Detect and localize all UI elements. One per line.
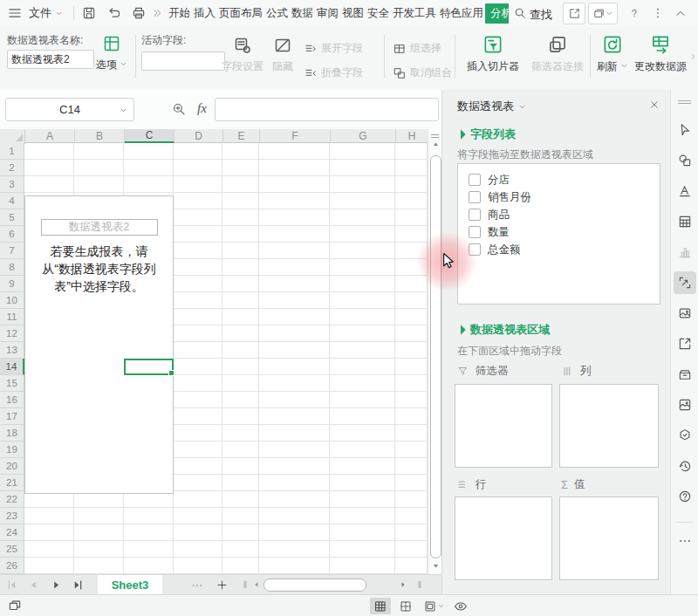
record-macro-icon[interactable] — [7, 598, 23, 613]
cell-G19[interactable] — [330, 441, 395, 458]
cell-G3[interactable] — [330, 176, 395, 193]
last-sheet-icon[interactable] — [72, 578, 85, 592]
rows-drop-zone[interactable] — [455, 496, 552, 580]
vertical-scrollbar[interactable] — [428, 129, 442, 574]
cell-B24[interactable] — [74, 524, 124, 541]
cell-E8[interactable] — [222, 259, 259, 276]
insert-chart-icon[interactable] — [677, 244, 693, 260]
column-header-E[interactable]: E — [223, 129, 260, 143]
share-button[interactable] — [563, 3, 585, 24]
cell-F6[interactable] — [259, 226, 330, 243]
cell-H16[interactable] — [395, 392, 428, 408]
cell-H15[interactable] — [395, 375, 428, 392]
cell-H2[interactable] — [395, 160, 428, 176]
cell-E18[interactable] — [222, 425, 259, 441]
expand-field-button[interactable]: 展开字段 — [304, 41, 363, 56]
gallery-icon[interactable] — [677, 397, 693, 413]
vertical-scroll-thumb[interactable] — [430, 155, 441, 558]
find-label[interactable]: 查找 — [530, 7, 552, 23]
row-header-11[interactable]: 11 — [0, 309, 24, 325]
history-icon[interactable] — [677, 458, 693, 474]
toolbox-icon[interactable] — [677, 366, 693, 382]
row-header-7[interactable]: 7 — [0, 243, 24, 259]
scroll-up-icon[interactable] — [432, 140, 440, 148]
cell-D17[interactable] — [174, 408, 222, 425]
pivot-name-input[interactable]: 数据透视表2 — [7, 50, 94, 69]
page-layout-view-button[interactable] — [421, 598, 447, 614]
cell-F11[interactable] — [259, 309, 330, 325]
cell-H11[interactable] — [395, 309, 428, 325]
cell-H22[interactable] — [395, 491, 428, 508]
sheet-tab-sheet3[interactable]: Sheet3 — [98, 575, 162, 595]
cell-E19[interactable] — [222, 441, 259, 458]
cell-H8[interactable] — [395, 259, 428, 276]
field-list-header[interactable]: 字段列表 — [457, 127, 516, 142]
main-menu-icon[interactable] — [7, 5, 23, 21]
cell-E9[interactable] — [222, 276, 259, 292]
row-header-8[interactable]: 8 — [0, 259, 24, 276]
approval-seal-icon[interactable] — [677, 428, 693, 443]
prev-sheet-icon[interactable] — [27, 578, 40, 592]
cell-D3[interactable] — [174, 176, 222, 193]
tab-页面布局[interactable]: 页面布局 — [217, 3, 264, 24]
checkbox-总金额[interactable] — [469, 243, 481, 256]
tab-视图[interactable]: 视图 — [340, 3, 366, 24]
pivot-areas-header[interactable]: 数据透视表区域 — [457, 322, 550, 338]
insert-slicer-button[interactable]: 插入切片器 — [464, 33, 522, 74]
next-sheet-icon[interactable] — [50, 578, 63, 592]
cell-E21[interactable] — [222, 475, 259, 491]
cell-H13[interactable] — [395, 342, 428, 359]
cell-D2[interactable] — [174, 160, 222, 176]
tab-审阅[interactable]: 审阅 — [315, 3, 340, 24]
tab-数据[interactable]: 数据 — [290, 3, 315, 24]
row-header-19[interactable]: 19 — [0, 441, 24, 458]
cell-H3[interactable] — [395, 176, 428, 193]
hscroll-right-icon[interactable] — [399, 580, 407, 589]
cell-H10[interactable] — [395, 292, 428, 309]
cell-F7[interactable] — [259, 243, 330, 259]
insert-table-icon[interactable] — [677, 214, 693, 229]
cell-F12[interactable] — [259, 325, 330, 342]
rail-more-icon[interactable] — [677, 533, 693, 549]
cell-C26[interactable] — [124, 558, 174, 574]
row-header-14[interactable]: 14 — [0, 359, 24, 375]
column-header-C[interactable]: C — [125, 129, 174, 143]
cell-B3[interactable] — [74, 176, 124, 193]
row-header-16[interactable]: 16 — [0, 392, 24, 408]
cell-C23[interactable] — [124, 508, 174, 524]
pivot-table-icon[interactable] — [677, 275, 693, 291]
row-header-2[interactable]: 2 — [0, 160, 24, 176]
cell-F20[interactable] — [259, 458, 330, 475]
cell-G18[interactable] — [330, 425, 395, 441]
cell-F14[interactable] — [259, 359, 330, 375]
file-menu[interactable]: 文件 — [29, 0, 63, 26]
cell-A3[interactable] — [24, 176, 74, 193]
cell-G13[interactable] — [330, 342, 395, 359]
tab-插入[interactable]: 插入 — [192, 3, 217, 24]
cell-E24[interactable] — [222, 524, 259, 541]
cell-C24[interactable] — [124, 524, 174, 541]
cell-H26[interactable] — [395, 558, 428, 574]
cell-D12[interactable] — [174, 325, 222, 342]
cell-H20[interactable] — [395, 458, 428, 475]
cell-D1[interactable] — [174, 143, 222, 160]
cell-G25[interactable] — [330, 541, 395, 558]
cell-F8[interactable] — [259, 259, 330, 276]
ribbon-overflow-icon[interactable] — [689, 51, 698, 63]
cell-E4[interactable] — [222, 193, 259, 209]
selected-cell-C14[interactable] — [124, 359, 174, 375]
fill-handle[interactable] — [168, 370, 174, 376]
chevron-down-icon[interactable] — [518, 103, 526, 111]
column-header-D[interactable]: D — [174, 129, 223, 143]
columns-drop-zone[interactable] — [559, 384, 659, 468]
cell-D16[interactable] — [174, 392, 222, 408]
add-sheet-icon[interactable] — [216, 578, 229, 592]
fx-icon[interactable]: fx — [197, 101, 207, 116]
cell-D7[interactable] — [174, 243, 222, 259]
collapse-ribbon-icon[interactable] — [674, 6, 688, 20]
row-header-15[interactable]: 15 — [0, 375, 24, 392]
cell-D4[interactable] — [174, 193, 222, 209]
cell-E15[interactable] — [222, 375, 259, 392]
cell-H6[interactable] — [395, 226, 428, 243]
print-icon[interactable] — [131, 5, 147, 21]
